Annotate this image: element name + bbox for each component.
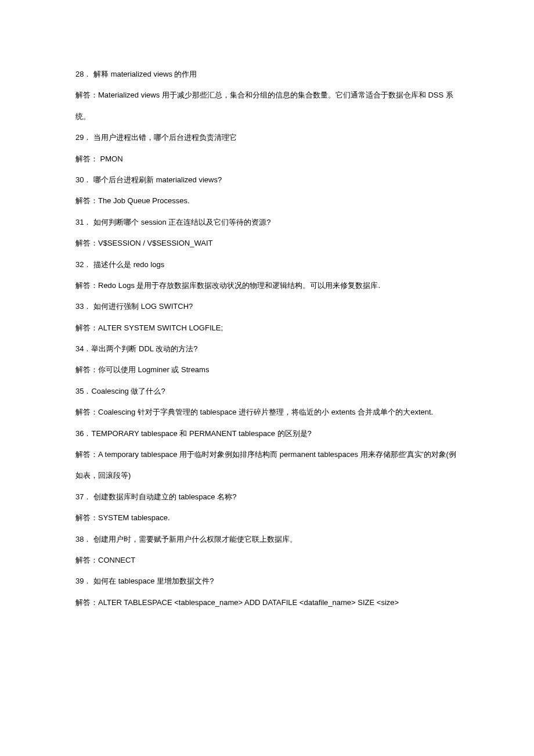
answer-text: 解答： PMON [75, 149, 459, 170]
question-text: 36．TEMPORARY tablespace 和 PERMANENT tabl… [75, 423, 459, 444]
question-text: 38． 创建用户时，需要赋予新用户什么权限才能使它联上数据库。 [75, 529, 459, 550]
answer-text: 解答：你可以使用 Logminer 或 Streams [75, 359, 459, 380]
question-text: 37． 创建数据库时自动建立的 tablespace 名称? [75, 487, 459, 507]
question-text: 29． 当用户进程出错，哪个后台进程负责清理它 [75, 127, 459, 148]
question-text: 28． 解释 materialized views 的作用 [75, 64, 459, 85]
question-text: 34．举出两个判断 DDL 改动的方法? [75, 339, 459, 359]
question-text: 30． 哪个后台进程刷新 materialized views? [75, 170, 459, 190]
answer-text: 解答：ALTER TABLESPACE <tablespace_name> AD… [75, 592, 459, 613]
question-text: 31． 如何判断哪个 session 正在连结以及它们等待的资源? [75, 212, 459, 233]
answer-text: 解答：SYSTEM tablespace. [75, 507, 459, 528]
answer-text: 解答：V$SESSION / V$SESSION_WAIT [75, 233, 459, 254]
answer-text: 解答：Redo Logs 是用于存放数据库数据改动状况的物理和逻辑结构。可以用来… [75, 275, 459, 296]
answer-text: 解答：A temporary tablespace 用于临时对象例如排序结构而 … [75, 444, 459, 487]
question-text: 39． 如何在 tablespace 里增加数据文件? [75, 571, 459, 592]
answer-text: 解答：ALTER SYSTEM SWITCH LOGFILE; [75, 318, 459, 339]
question-text: 35．Coalescing 做了什么? [75, 381, 459, 402]
answer-text: 解答：Coalescing 针对于字典管理的 tablespace 进行碎片整理… [75, 402, 459, 423]
question-text: 33． 如何进行强制 LOG SWITCH? [75, 296, 459, 317]
document-page: 28． 解释 materialized views 的作用 解答：Materia… [0, 0, 534, 756]
answer-text: 解答：The Job Queue Processes. [75, 190, 459, 211]
answer-text: 解答：Materialized views 用于减少那些汇总，集合和分组的信息的… [75, 85, 459, 127]
question-text: 32． 描述什么是 redo logs [75, 254, 459, 275]
answer-text: 解答：CONNECT [75, 550, 459, 571]
